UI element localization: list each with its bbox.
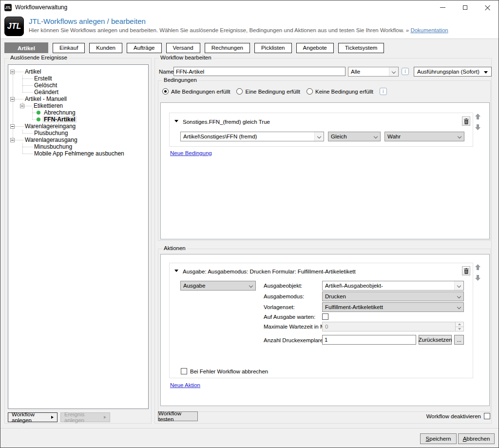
move-down-icon[interactable] — [475, 124, 480, 130]
tree-expander-icon[interactable] — [10, 124, 15, 129]
tab-artikel[interactable]: Artikel — [4, 42, 48, 53]
close-button[interactable] — [476, 0, 499, 14]
collapse-triangle-icon[interactable] — [174, 270, 178, 272]
tab-angebote[interactable]: Angebote — [296, 43, 334, 53]
chevron-down-icon — [458, 135, 461, 138]
execution-plan-dropdown[interactable]: Ausführungsplan (Sofort) — [414, 67, 492, 77]
ausgabeobjekt-label: Ausgabeobjekt: — [264, 283, 302, 289]
window-title: Workflowverwaltung — [15, 4, 67, 11]
tab-rechnungen[interactable]: Rechnungen — [205, 43, 250, 53]
minimize-icon — [440, 7, 445, 8]
tree-item-etikettieren[interactable]: Etikettieren — [8, 102, 148, 109]
workflow-testen-button[interactable]: Workflow testen — [158, 411, 198, 421]
condition-value-combobox[interactable]: Wahr — [384, 132, 464, 141]
zuruecksetzen-button[interactable]: Zurücksetzen — [419, 335, 452, 345]
spin-down-button[interactable] — [456, 327, 463, 331]
tab-ticketsystem[interactable]: Ticketsystem — [338, 43, 384, 53]
more-options-button[interactable]: ... — [454, 335, 464, 345]
abbrechen-button[interactable]: Abbrechen — [458, 433, 495, 444]
tab-versand[interactable]: Versand — [166, 43, 200, 53]
wartezeit-spinner: 0 — [322, 322, 464, 331]
tree-expander-icon[interactable] — [10, 70, 15, 74]
tree-expander-icon[interactable] — [10, 97, 15, 101]
exemplare-label: Anzahl Druckexemplare: — [264, 337, 325, 343]
move-up-icon[interactable] — [475, 264, 480, 270]
radio-all-conditions[interactable] — [162, 88, 169, 95]
warten-label: Auf Ausgabe warten: — [264, 314, 315, 320]
tab-picklisten[interactable]: Picklisten — [254, 43, 292, 53]
workflow-editor-groupbox: Workflow bearbeiten Name: Alle Ausführun… — [154, 58, 492, 424]
action-type-combobox[interactable]: Ausgabe — [180, 281, 256, 291]
workflow-deaktivieren-label: Workflow deaktivieren — [426, 413, 481, 419]
collapse-triangle-icon[interactable] — [174, 120, 178, 122]
maximize-icon — [463, 5, 467, 10]
events-legend: Auslösende Ereignisse — [9, 55, 69, 60]
info-icon[interactable] — [380, 88, 387, 95]
minimize-button[interactable] — [431, 0, 454, 14]
tab-auftraege[interactable]: Aufträge — [127, 43, 161, 53]
tree-item-artikel-manuell[interactable]: Artikel - Manuell — [8, 96, 148, 102]
radio-one-condition-label: Eine Bedingung erfüllt — [245, 89, 300, 95]
titlebar: JTL Workflowverwaltung — [0, 0, 499, 14]
tree-item-geloescht[interactable]: Gelöscht — [8, 82, 148, 89]
tree-item-plusbuchung[interactable]: Plusbuchung — [8, 130, 148, 136]
info-icon[interactable] — [402, 68, 409, 75]
tab-einkauf[interactable]: Einkauf — [53, 43, 85, 53]
documentation-link[interactable]: Dokumentation — [410, 27, 448, 33]
vorlagenset-combobox[interactable]: Fulfillment-Artikeletikett — [322, 302, 464, 312]
ausgabemodus-combobox[interactable]: Drucken — [322, 292, 464, 301]
workflow-deaktivieren-checkbox[interactable] — [484, 413, 490, 419]
new-action-link[interactable]: Neue Aktion — [170, 382, 200, 388]
spin-down-icon — [458, 328, 461, 330]
tree-item-minusbuchung[interactable]: Minusbuchung — [8, 143, 148, 150]
condition-card: Sonstiges.FFN_(fremd) gleich True Artike… — [169, 113, 473, 147]
page-header: JTL JTL-Workflows anlegen / bearbeiten H… — [0, 14, 499, 39]
actions-groupbox: Aktionen Ausgabe: Ausgabemodus: Drucken … — [158, 249, 491, 412]
radio-no-condition[interactable] — [307, 88, 313, 95]
trash-icon — [464, 118, 469, 124]
tree-item-warenlagereingang[interactable]: Warenlagereingang — [8, 123, 148, 130]
condition-card-header[interactable]: Sonstiges.FFN_(fremd) gleich True — [174, 118, 270, 125]
tree-item-ffn-artikel[interactable]: FFN-Artikel — [8, 116, 148, 123]
tree-item-abrechnung[interactable]: Abrechnung — [8, 109, 148, 116]
tree-item-warenlagerausgang[interactable]: Warenlagerausgang — [8, 136, 148, 143]
events-tree: Artikel Erstellt Gelöscht Geändert Artik… — [8, 64, 149, 409]
condition-field-combobox[interactable]: Artikel\Sonstiges\FFN (fremd) — [180, 132, 324, 141]
delete-condition-button[interactable] — [462, 117, 470, 126]
radio-one-condition[interactable] — [236, 88, 243, 95]
action-card-header[interactable]: Ausgabe: Ausgabemodus: Drucken Formular:… — [174, 268, 356, 274]
tree-item-mobile-app-fehlmenge[interactable]: Mobile App Fehlmenge ausbuchen — [8, 150, 148, 157]
workflow-window: JTL Workflowverwaltung JTL JTL-Workflows… — [0, 0, 499, 448]
speichern-button[interactable]: Speichern — [420, 433, 457, 444]
tree-item-erstellt[interactable]: Erstellt — [8, 75, 148, 82]
condition-operator-combobox[interactable]: Gleich — [328, 132, 381, 141]
workflow-name-input[interactable] — [173, 67, 345, 76]
tab-kunden[interactable]: Kunden — [89, 43, 122, 53]
filter-combobox[interactable]: Alle — [348, 67, 399, 77]
footer-divider — [0, 428, 499, 429]
category-tabs: Artikel Einkauf Kunden Aufträge Versand … — [4, 42, 384, 53]
dropdown-arrow-icon — [484, 71, 488, 74]
workflow-anlegen-button[interactable]: Workflow anlegen — [8, 412, 58, 422]
move-up-icon[interactable] — [475, 114, 480, 119]
delete-action-button[interactable] — [462, 266, 470, 275]
arrow-right-icon — [51, 416, 54, 419]
maximize-button[interactable] — [454, 0, 476, 14]
tree-item-artikel[interactable]: Artikel — [8, 68, 148, 75]
close-icon — [485, 5, 490, 10]
exemplare-input[interactable] — [322, 335, 416, 345]
spin-up-button[interactable] — [456, 322, 463, 327]
ausgabeobjekt-combobox[interactable]: Artikel\-Ausgabeobjekt- — [322, 281, 464, 291]
warten-checkbox[interactable] — [322, 313, 328, 320]
chevron-down-icon — [249, 284, 253, 288]
tree-expander-icon[interactable] — [20, 104, 24, 108]
new-condition-link[interactable]: Neue Bedingung — [170, 150, 212, 156]
tree-item-geaendert[interactable]: Geändert — [8, 89, 148, 96]
editor-legend: Workflow bearbeiten — [159, 55, 213, 60]
tree-expander-icon[interactable] — [10, 138, 15, 142]
spin-up-icon — [458, 323, 461, 325]
move-down-icon[interactable] — [475, 275, 480, 281]
arrow-right-icon — [104, 416, 106, 419]
abort-on-error-checkbox[interactable] — [181, 368, 187, 374]
wartezeit-label: Maximale Wartezeit in MS — [264, 324, 328, 330]
